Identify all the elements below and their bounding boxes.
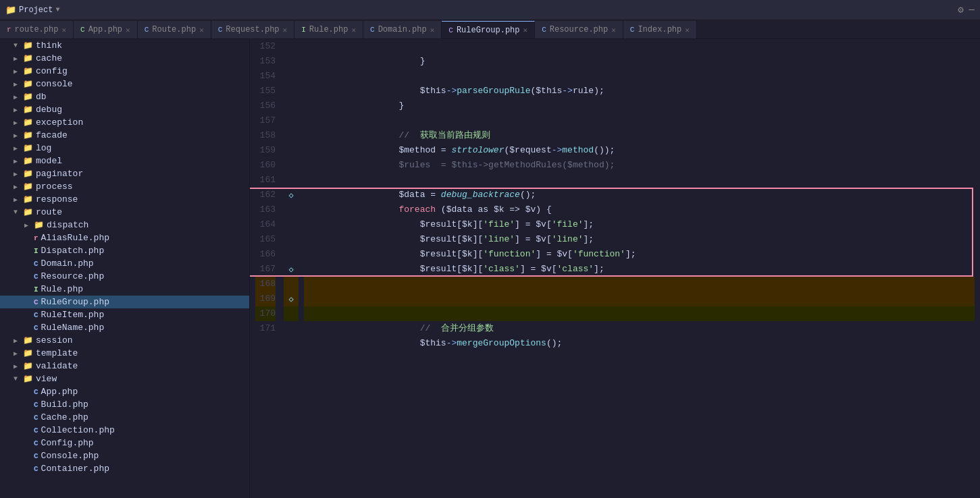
php-icon-build: C xyxy=(34,401,38,409)
tab-close-rule[interactable]: ✕ xyxy=(351,26,356,34)
main-content: ▼ 📁 think ▶ 📁 cache ▶ 📁 config ▶ 📁 conso… xyxy=(0,39,980,498)
code-line-170: // 合并分组参数 xyxy=(304,306,975,321)
tree-item-resource-php[interactable]: ▶ C Resource.php xyxy=(0,270,249,283)
tree-item-rule-php[interactable]: ▶ I Rule.php xyxy=(0,283,249,296)
tree-item-log[interactable]: ▶ 📁 log xyxy=(0,142,249,155)
code-line-155: } xyxy=(304,84,975,99)
tree-item-container-php[interactable]: ▶ C Container.php xyxy=(0,462,249,475)
tree-item-config[interactable]: ▶ 📁 config xyxy=(0,65,249,78)
tree-item-domain-php[interactable]: ▶ C Domain.php xyxy=(0,257,249,270)
tree-item-template[interactable]: ▶ 📁 template xyxy=(0,347,249,360)
code-line-152: } xyxy=(304,39,975,54)
tree-item-build-php[interactable]: ▶ C Build.php xyxy=(0,398,249,411)
tab-resource-php[interactable]: C Resource.php ✕ xyxy=(535,21,623,38)
tree-item-session[interactable]: ▶ 📁 session xyxy=(0,334,249,347)
project-label: Project xyxy=(19,5,53,15)
tree-item-console[interactable]: ▶ 📁 console xyxy=(0,78,249,90)
tree-arrow-validate: ▶ xyxy=(14,362,23,370)
tree-item-route[interactable]: ▼ 📁 route xyxy=(0,206,249,219)
tab-label-index: Index.php xyxy=(638,25,681,34)
tree-item-rulegroup-php[interactable]: ▶ C RuleGroup.php xyxy=(0,296,249,308)
tab-close-domain[interactable]: ✕ xyxy=(430,26,435,34)
tab-icon-route: r xyxy=(7,26,11,34)
tab-icon-domain: C xyxy=(370,26,375,34)
settings-icon[interactable]: ⚙ xyxy=(958,4,963,16)
tree-item-app-php[interactable]: ▶ C App.php xyxy=(0,385,249,398)
tree-item-ruleitem-php[interactable]: ▶ C RuleItem.php xyxy=(0,308,249,321)
ln-157: 157 xyxy=(255,113,276,128)
top-bar: 📁 Project ▼ ⚙ ─ xyxy=(0,0,980,20)
tree-label-paginator: paginator xyxy=(36,169,83,179)
ln-163: 163 xyxy=(255,202,276,217)
tree-item-exception[interactable]: ▶ 📁 exception xyxy=(0,116,249,129)
php-icon-rulename: C xyxy=(34,324,38,332)
tree-item-aliasrule[interactable]: ▶ r AliasRule.php xyxy=(0,231,249,244)
tree-arrow-paginator: ▶ xyxy=(14,170,23,178)
gutter-171 xyxy=(284,321,299,336)
gutter-154 xyxy=(284,69,299,84)
tree-item-paginator[interactable]: ▶ 📁 paginator xyxy=(0,167,249,180)
tab-request-php[interactable]: C Request.php ✕ xyxy=(211,21,294,38)
tab-label-rulegroup: RuleGroup.php xyxy=(457,26,520,35)
php-icon-cache: C xyxy=(34,414,38,422)
code-line-169: if ($this->parent) { xyxy=(304,292,975,306)
tree-item-model[interactable]: ▶ 📁 model xyxy=(0,155,249,167)
dropdown-arrow-icon[interactable]: ▼ xyxy=(55,6,59,13)
tree-item-dispatch[interactable]: ▶ 📁 dispatch xyxy=(0,219,249,231)
tree-item-debug[interactable]: ▶ 📁 debug xyxy=(0,103,249,116)
folder-icon-console: 📁 xyxy=(23,79,33,89)
gutter-152 xyxy=(284,39,299,54)
tree-item-cache[interactable]: ▶ 📁 cache xyxy=(0,52,249,65)
tab-close-index[interactable]: ✕ xyxy=(685,26,690,34)
folder-icon-config: 📁 xyxy=(23,66,33,76)
tab-route-php[interactable]: r route.php ✕ xyxy=(0,21,74,38)
tree-item-facade[interactable]: ▶ 📁 facade xyxy=(0,129,249,142)
tab-domain-php[interactable]: C Domain.php ✕ xyxy=(363,21,442,38)
tree-item-cache-php[interactable]: ▶ C Cache.php xyxy=(0,411,249,424)
tab-close-request[interactable]: ✕ xyxy=(283,26,288,34)
folder-icon-view: 📁 xyxy=(23,374,33,384)
tree-item-think[interactable]: ▼ 📁 think xyxy=(0,39,249,52)
tab-close-app[interactable]: ✕ xyxy=(126,26,130,34)
gutter-170 xyxy=(284,306,299,321)
tree-item-collection-php[interactable]: ▶ C Collection.php xyxy=(0,424,249,437)
gutter-165 xyxy=(284,232,299,247)
php-icon-container: C xyxy=(34,465,38,473)
tab-rule-php[interactable]: I Rule.php ✕ xyxy=(294,21,363,38)
tree-item-validate[interactable]: ▶ 📁 validate xyxy=(0,360,249,372)
folder-icon-template: 📁 xyxy=(23,348,33,358)
tab-close-rulegroup[interactable]: ✕ xyxy=(523,26,528,34)
tree-item-db[interactable]: ▶ 📁 db xyxy=(0,90,249,103)
tree-item-console-php[interactable]: ▶ C Console.php xyxy=(0,449,249,462)
tree-item-config-php[interactable]: ▶ C Config.php xyxy=(0,437,249,449)
tree-item-view[interactable]: ▼ 📁 view xyxy=(0,372,249,385)
gutter-156 xyxy=(284,99,299,113)
gutter-160 xyxy=(284,158,299,173)
php-icon-aliasrule: r xyxy=(34,234,38,242)
tab-icon-rule: I xyxy=(301,26,306,34)
tree-item-response[interactable]: ▶ 📁 response xyxy=(0,193,249,206)
tab-rulegroup-php[interactable]: C RuleGroup.php ✕ xyxy=(442,21,535,38)
tab-close-route-class[interactable]: ✕ xyxy=(199,26,204,34)
tab-app-php[interactable]: C App.php ✕ xyxy=(74,21,138,38)
tree-item-rulename-php[interactable]: ▶ C RuleName.php xyxy=(0,321,249,334)
folder-icon-db: 📁 xyxy=(23,92,33,102)
tree-item-dispatch-php[interactable]: ▶ I Dispatch.php xyxy=(0,244,249,257)
minimize-icon[interactable]: ─ xyxy=(969,5,975,16)
ln-152: 152 xyxy=(255,39,276,54)
code-171-this: $this xyxy=(420,338,446,348)
code-line-166: $result[$k]['class'] = $v['class']; xyxy=(304,247,975,262)
tree-arrow-think: ▼ xyxy=(14,42,23,49)
tree-label-exception: exception xyxy=(36,117,83,128)
tab-route-class-php[interactable]: C Route.php ✕ xyxy=(138,21,211,38)
tree-label-db: db xyxy=(36,92,47,102)
tab-close-resource[interactable]: ✕ xyxy=(611,26,616,34)
php-icon-rulegroup: C xyxy=(34,298,38,306)
php-icon-ruleitem: C xyxy=(34,311,38,319)
tab-index-php[interactable]: C Index.php ✕ xyxy=(623,21,697,38)
tree-item-process[interactable]: ▶ 📁 process xyxy=(0,180,249,193)
tab-close-route[interactable]: ✕ xyxy=(61,26,66,34)
ln-171: 171 xyxy=(255,321,276,336)
folder-icon: 📁 xyxy=(5,5,16,16)
tab-label-request: Request.php xyxy=(226,25,279,34)
